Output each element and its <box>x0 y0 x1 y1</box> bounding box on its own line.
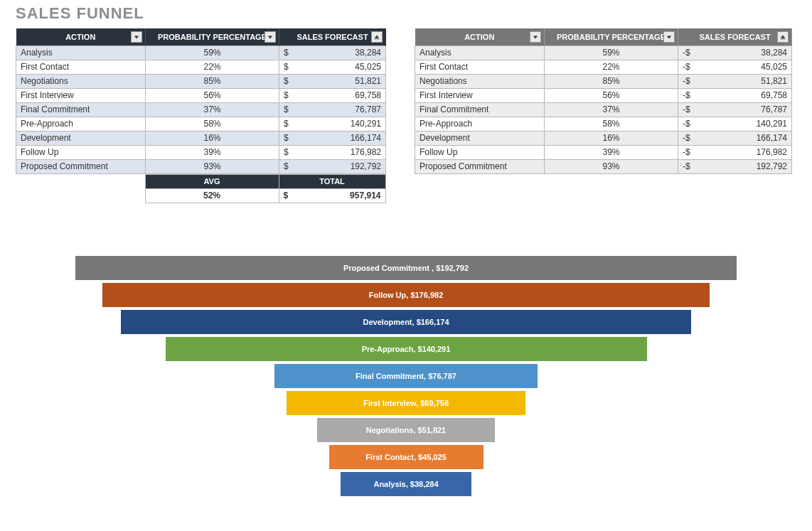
table-row: Follow Up39%$176,982 <box>16 146 386 160</box>
cell-action[interactable]: Development <box>16 132 146 146</box>
table-row: Pre-Approach58%$140,291 <box>16 117 386 132</box>
cell-forecast[interactable]: 176,982 <box>294 146 386 160</box>
table-row: First Contact22%-$45,025 <box>415 60 792 75</box>
funnel-bar: Follow Up, $176,982 <box>102 283 710 307</box>
cell-probability[interactable]: 16% <box>146 132 279 146</box>
cell-forecast[interactable]: 38,284 <box>294 46 386 60</box>
cell-probability[interactable]: 93% <box>146 160 279 174</box>
funnel-bar: Negotiations, $51,821 <box>317 418 495 442</box>
cell-forecast[interactable]: 76,787 <box>695 103 792 117</box>
cell-action[interactable]: Pre-Approach <box>415 117 545 132</box>
cell-forecast[interactable]: 45,025 <box>294 60 386 75</box>
cell-probability[interactable]: 16% <box>545 132 678 146</box>
cell-probability[interactable]: 37% <box>146 103 279 117</box>
footer-avg-label: AVG <box>145 175 279 189</box>
col-action[interactable]: ACTION <box>415 28 545 46</box>
cell-action[interactable]: Follow Up <box>415 146 545 160</box>
cell-action[interactable]: Negotiations <box>16 75 146 89</box>
sales-funnel-table-left: ACTION PROBABILITY PERCENTAGE <box>16 28 386 174</box>
table-row: First Interview56%$69,758 <box>16 89 386 103</box>
col-probability[interactable]: PROBABILITY PERCENTAGE <box>146 28 279 46</box>
filter-dropdown-icon[interactable] <box>131 31 142 43</box>
cell-forecast[interactable]: 192,792 <box>294 160 386 174</box>
page-title: SALES FUNNEL <box>16 4 796 23</box>
svg-marker-0 <box>134 36 139 38</box>
table-row: Proposed Commitment93%$192,792 <box>16 160 386 174</box>
filter-dropdown-icon[interactable] <box>530 31 541 43</box>
cell-action[interactable]: Final Commitment <box>415 103 545 117</box>
cell-forecast[interactable]: 76,787 <box>294 103 386 117</box>
cell-action[interactable]: First Contact <box>16 60 146 75</box>
cell-action[interactable]: First Contact <box>415 60 545 75</box>
cell-probability[interactable]: 59% <box>545 46 678 60</box>
footer-total-currency: $ <box>279 189 293 203</box>
cell-probability[interactable]: 56% <box>545 89 678 103</box>
cell-forecast[interactable]: 140,291 <box>294 117 386 132</box>
cell-forecast[interactable]: 69,758 <box>294 89 386 103</box>
svg-marker-2 <box>375 36 379 38</box>
cell-action[interactable]: Follow Up <box>16 146 146 160</box>
col-forecast[interactable]: SALES FORECAST <box>678 28 792 46</box>
col-action[interactable]: ACTION <box>16 28 146 46</box>
table-row: First Interview56%-$69,758 <box>415 89 792 103</box>
cell-forecast[interactable]: 51,821 <box>695 75 792 89</box>
col-action-label: ACTION <box>65 33 95 41</box>
cell-currency: -$ <box>678 103 695 117</box>
cell-forecast[interactable]: 140,291 <box>695 117 792 132</box>
footer-total-label: TOTAL <box>279 175 385 189</box>
cell-probability[interactable]: 85% <box>146 75 279 89</box>
cell-action[interactable]: Proposed Commitment <box>16 160 146 174</box>
cell-currency: -$ <box>678 75 695 89</box>
cell-probability[interactable]: 22% <box>146 60 279 75</box>
sort-asc-icon[interactable] <box>371 31 383 43</box>
cell-probability[interactable]: 58% <box>545 117 678 132</box>
filter-dropdown-icon[interactable] <box>265 31 276 43</box>
table-row: Negotiations85%$51,821 <box>16 75 386 89</box>
cell-probability[interactable]: 58% <box>146 117 279 132</box>
funnel-bar: First Contact, $45,025 <box>329 445 484 469</box>
cell-forecast[interactable]: 38,284 <box>695 46 792 60</box>
cell-action[interactable]: Development <box>415 132 545 146</box>
cell-forecast[interactable]: 166,174 <box>695 132 792 146</box>
cell-action[interactable]: Proposed Commitment <box>415 160 545 174</box>
funnel-bar: Development, $166,174 <box>121 310 691 334</box>
cell-currency: -$ <box>678 117 695 132</box>
cell-probability[interactable]: 37% <box>545 103 678 117</box>
funnel-bar: Proposed Commitment , $192,792 <box>75 256 737 280</box>
footer-total-value: 957,914 <box>293 189 385 203</box>
cell-currency: $ <box>279 89 294 103</box>
cell-forecast[interactable]: 69,758 <box>695 89 792 103</box>
filter-dropdown-icon[interactable] <box>663 31 675 43</box>
cell-probability[interactable]: 39% <box>545 146 678 160</box>
col-forecast[interactable]: SALES FORECAST <box>279 28 386 46</box>
cell-action[interactable]: Pre-Approach <box>16 117 146 132</box>
cell-forecast[interactable]: 51,821 <box>294 75 386 89</box>
cell-currency: -$ <box>678 60 695 75</box>
cell-forecast[interactable]: 192,792 <box>695 160 792 174</box>
col-probability[interactable]: PROBABILITY PERCENTAGE <box>545 28 678 46</box>
cell-probability[interactable]: 39% <box>146 146 279 160</box>
cell-action[interactable]: First Interview <box>415 89 545 103</box>
cell-currency: $ <box>279 160 294 174</box>
cell-probability[interactable]: 56% <box>146 89 279 103</box>
cell-action[interactable]: Analysis <box>16 46 146 60</box>
cell-action[interactable]: Negotiations <box>415 75 545 89</box>
cell-probability[interactable]: 59% <box>146 46 279 60</box>
cell-action[interactable]: First Interview <box>16 89 146 103</box>
col-probability-label: PROBABILITY PERCENTAGE <box>158 33 267 41</box>
cell-currency: -$ <box>678 46 695 60</box>
sort-asc-icon[interactable] <box>777 31 789 43</box>
cell-action[interactable]: Final Commitment <box>16 103 146 117</box>
cell-probability[interactable]: 93% <box>545 160 678 174</box>
svg-rect-3 <box>375 38 379 39</box>
cell-probability[interactable]: 22% <box>545 60 678 75</box>
cell-probability[interactable]: 85% <box>545 75 678 89</box>
cell-forecast[interactable]: 45,025 <box>695 60 792 75</box>
cell-action[interactable]: Analysis <box>415 46 545 60</box>
cell-forecast[interactable]: 176,982 <box>695 146 792 160</box>
svg-marker-5 <box>667 36 671 38</box>
cell-currency: -$ <box>678 89 695 103</box>
cell-forecast[interactable]: 166,174 <box>294 132 386 146</box>
table-row: Analysis59%-$38,284 <box>415 46 792 60</box>
cell-currency: $ <box>279 146 294 160</box>
